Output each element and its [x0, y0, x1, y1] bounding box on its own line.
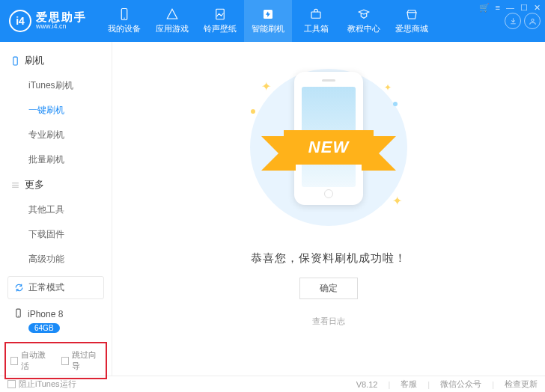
checkbox-icon	[7, 380, 16, 388]
sidebar-item-itunes-flash[interactable]: iTunes刷机	[28, 73, 112, 98]
success-message: 恭喜您，保资料刷机成功啦！	[251, 251, 407, 266]
mall-icon	[405, 7, 418, 21]
sidebar-item-advanced[interactable]: 高级功能	[28, 247, 112, 272]
stop-itunes-checkbox[interactable]: 阻止iTunes运行	[7, 379, 76, 390]
sparkle-icon: ✦	[261, 79, 271, 94]
device-name: iPhone 8	[28, 309, 63, 319]
logo[interactable]: i4 爱思助手 www.i4.cn	[9, 10, 87, 32]
sidebar-item-oneclick-flash[interactable]: 一键刷机	[28, 98, 112, 123]
cart-icon[interactable]: 🛒	[479, 3, 490, 13]
nav-toolbox[interactable]: 工具箱	[292, 0, 340, 42]
wallpaper-icon	[213, 7, 227, 21]
maximize-icon[interactable]: ☐	[520, 3, 528, 13]
view-log-link[interactable]: 查看日志	[312, 316, 345, 327]
more-icon	[10, 180, 20, 190]
checkbox-icon	[61, 357, 69, 365]
sidebar: 刷机 iTunes刷机 一键刷机 专业刷机 批量刷机 更多 其他工具 下载固件 …	[0, 42, 112, 376]
mode-indicator[interactable]: 正常模式	[7, 276, 104, 299]
svg-rect-6	[13, 57, 17, 65]
dot-icon	[393, 102, 398, 106]
refresh-icon	[14, 283, 24, 293]
auto-activate-checkbox[interactable]: 自动激活	[10, 349, 51, 372]
sparkle-icon: ✦	[392, 194, 402, 208]
menu-icon[interactable]: ≡	[496, 3, 500, 13]
phone-small-icon	[10, 56, 20, 66]
flash-icon	[261, 7, 275, 21]
logo-badge-icon: i4	[9, 10, 31, 32]
nav-my-device[interactable]: 我的设备	[100, 0, 148, 42]
main-content: ✦ ✦ ✦ NEW 恭喜您，保资料刷机成功啦！ 确定 查看日志	[112, 42, 545, 376]
toolbox-icon	[309, 7, 323, 21]
brand-site: www.i4.cn	[36, 23, 87, 31]
minimize-icon[interactable]: —	[506, 3, 514, 13]
sidebar-item-batch-flash[interactable]: 批量刷机	[28, 147, 112, 172]
svg-point-8	[18, 316, 19, 316]
apps-icon	[165, 7, 179, 21]
storage-badge: 64GB	[28, 323, 60, 333]
nav-mall[interactable]: 爱思商城	[388, 0, 436, 42]
svg-rect-4	[311, 12, 320, 18]
download-manager-button[interactable]	[505, 13, 521, 29]
device-phone-icon	[13, 308, 23, 320]
account-button[interactable]	[524, 13, 541, 29]
support-link[interactable]: 客服	[401, 379, 417, 390]
nav-apps[interactable]: 应用游戏	[148, 0, 196, 42]
dot-icon	[251, 109, 255, 114]
ribbon-graphic: NEW	[265, 130, 392, 175]
nav-flash[interactable]: 智能刷机	[244, 0, 292, 42]
svg-point-5	[531, 19, 533, 21]
wechat-link[interactable]: 微信公众号	[440, 379, 481, 390]
check-update-link[interactable]: 检查更新	[505, 379, 538, 390]
device-info[interactable]: iPhone 8 64GB	[7, 304, 104, 337]
phone-icon	[118, 7, 131, 21]
top-nav: 我的设备 应用游戏 铃声壁纸 智能刷机 工具箱 教程中心 爱思商城	[100, 0, 436, 42]
brand-name: 爱思助手	[36, 11, 87, 24]
ribbon-text: NEW	[284, 130, 374, 165]
version-label: V8.12	[356, 380, 378, 389]
skip-guide-checkbox[interactable]: 跳过向导	[61, 349, 102, 372]
ok-button[interactable]: 确定	[299, 278, 358, 299]
section-flash-title: 刷机	[0, 48, 112, 73]
window-controls: 🛒 ≡ — ☐ ✕	[479, 3, 541, 13]
success-illustration: ✦ ✦ ✦ NEW	[239, 72, 418, 229]
close-icon[interactable]: ✕	[534, 3, 541, 13]
header: i4 爱思助手 www.i4.cn 我的设备 应用游戏 铃声壁纸 智能刷机 工具…	[0, 0, 545, 42]
svg-point-1	[124, 18, 125, 19]
sparkle-icon: ✦	[384, 82, 392, 93]
tutorial-icon	[357, 7, 371, 21]
checkbox-icon	[10, 357, 18, 365]
sidebar-item-download-firmware[interactable]: 下载固件	[28, 222, 112, 247]
sidebar-item-pro-flash[interactable]: 专业刷机	[28, 123, 112, 147]
sidebar-item-other-tools[interactable]: 其他工具	[28, 197, 112, 222]
nav-ringtones[interactable]: 铃声壁纸	[196, 0, 244, 42]
section-more-title: 更多	[0, 172, 112, 197]
nav-tutorials[interactable]: 教程中心	[340, 0, 388, 42]
options-highlight-box: 自动激活 跳过向导	[4, 342, 107, 379]
